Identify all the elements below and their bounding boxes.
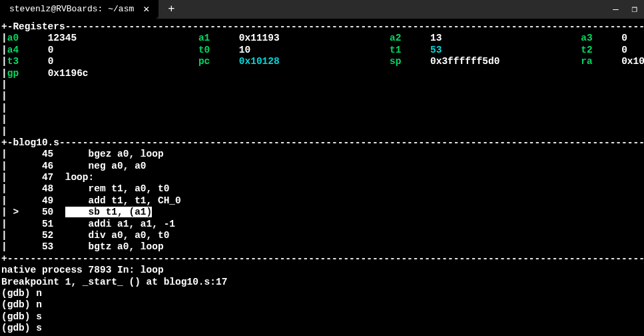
close-icon[interactable]: ✕ (143, 5, 149, 15)
add-tab-icon[interactable]: + (159, 3, 184, 16)
title-bar: stevenlz@RVBoards: ~/asm ✕ + — ❐ (0, 0, 644, 19)
window-controls: — ❐ (613, 4, 644, 15)
terminal-output[interactable]: +-Registers-----------------------------… (0, 19, 644, 335)
minimize-icon[interactable]: — (613, 4, 618, 15)
maximize-icon[interactable]: ❐ (632, 4, 637, 15)
tab-title: stevenlz@RVBoards: ~/asm (9, 4, 134, 15)
terminal-tab[interactable]: stevenlz@RVBoards: ~/asm ✕ (0, 0, 159, 19)
